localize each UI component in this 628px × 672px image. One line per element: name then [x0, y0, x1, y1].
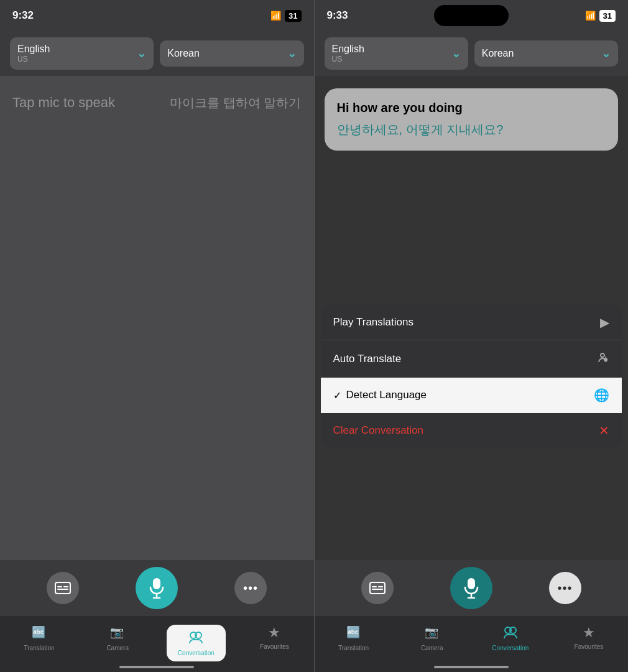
right-tab-bar: 🔤 Translation 📷 Camera Conversation ★ Fa… [315, 616, 629, 672]
right-tab-camera[interactable]: 📷 Camera [393, 622, 471, 651]
right-mic-button[interactable] [450, 567, 492, 609]
right-status-icons: 📶 31 [585, 10, 616, 22]
right-favourites-tab-icon: ★ [583, 625, 595, 641]
right-source-lang-name: English [332, 44, 364, 55]
left-source-lang-name: English [17, 44, 50, 55]
left-source-chevron-icon: ⌄ [137, 47, 146, 60]
right-source-chevron-icon: ⌄ [451, 47, 461, 60]
right-microphone-icon [463, 577, 480, 599]
menu-item-play-translations[interactable]: Play Translations ▶ [321, 305, 622, 340]
svg-rect-17 [378, 586, 383, 587]
right-source-lang-selector[interactable]: English US ⌄ [325, 37, 468, 70]
right-camera-tab-icon: 📷 [425, 625, 440, 642]
right-conversation-tab-icon [502, 625, 519, 642]
left-placeholder-korean: 마이크를 탭하여 말하기 [170, 95, 301, 111]
right-phone: 9:33 📶 31 English US ⌄ Korean ⌄ Hi how a… [315, 0, 629, 672]
right-action-bar: ••• [315, 560, 629, 616]
svg-rect-2 [57, 589, 68, 590]
svg-rect-16 [372, 589, 383, 590]
left-tab-favourites-label: Favourites [260, 643, 289, 650]
right-more-dots-icon: ••• [558, 581, 573, 595]
conversation-tab-icon [188, 630, 204, 647]
more-dots-icon: ••• [243, 581, 258, 595]
menu-item-auto-translate[interactable]: Auto Translate [321, 340, 622, 378]
left-lang-row: English US ⌄ Korean ⌄ [0, 31, 314, 76]
right-tab-translation[interactable]: 🔤 Translation [315, 622, 393, 651]
right-more-button[interactable]: ••• [549, 572, 581, 604]
detect-language-row: ✓ Detect Language [333, 389, 427, 401]
left-tab-camera-label: Camera [106, 645, 129, 651]
left-action-bar: ••• [0, 560, 314, 616]
camera-tab-icon: 📷 [110, 625, 125, 642]
right-home-indicator [434, 666, 509, 668]
svg-rect-0 [55, 582, 70, 594]
subtitles-icon [55, 582, 71, 594]
right-subtitles-button[interactable] [361, 572, 394, 604]
favourites-tab-icon: ★ [268, 625, 280, 641]
left-source-lang-selector[interactable]: English US ⌄ [10, 37, 154, 70]
right-target-lang-name: Korean [482, 48, 514, 59]
svg-point-12 [604, 358, 607, 362]
right-content-area: Hi how are you doing 안녕하세요, 어떻게 지내세요? Pl… [315, 76, 629, 560]
menu-clear-conversation-label: Clear Conversation [333, 424, 424, 437]
right-tab-conversation-label: Conversation [492, 645, 529, 651]
right-tab-conversation[interactable]: Conversation [471, 622, 550, 651]
left-more-button[interactable]: ••• [234, 572, 267, 604]
close-icon: ✕ [599, 423, 609, 438]
left-home-indicator [119, 666, 194, 668]
translation-tab-icon: 🔤 [32, 625, 47, 642]
menu-play-translations-label: Play Translations [333, 316, 413, 329]
left-subtitles-button[interactable] [47, 572, 79, 604]
dynamic-island [434, 5, 509, 26]
menu-item-detect-language[interactable]: ✓ Detect Language 🌐 [321, 378, 622, 413]
svg-text:📷: 📷 [110, 625, 124, 638]
auto-translate-icon [596, 350, 609, 367]
checkmark-icon: ✓ [333, 390, 341, 401]
left-tab-translation-label: Translation [24, 645, 55, 651]
left-tab-conversation-bg: Conversation [167, 625, 226, 661]
left-target-lang-selector[interactable]: Korean ⌄ [160, 40, 303, 67]
left-mic-button[interactable] [136, 567, 178, 609]
left-target-lang-label: Korean [167, 48, 200, 59]
right-tab-translation-label: Translation [338, 645, 369, 651]
left-status-bar: 9:32 📶 31 [0, 0, 314, 31]
svg-rect-15 [372, 586, 377, 587]
svg-rect-18 [468, 578, 475, 589]
right-target-chevron-icon: ⌄ [601, 47, 611, 60]
right-tab-camera-label: Camera [421, 645, 443, 651]
svg-rect-1 [57, 586, 62, 587]
left-content-area: Tap mic to speak 마이크를 탭하여 말하기 [0, 76, 314, 560]
svg-rect-14 [370, 582, 385, 594]
right-time: 9:33 [327, 9, 348, 22]
right-tab-favourites[interactable]: ★ Favourites [550, 622, 628, 650]
right-target-lang-label: Korean [482, 48, 514, 59]
svg-point-11 [601, 353, 604, 357]
left-wifi-icon: 📶 [270, 11, 281, 21]
left-time: 9:32 [12, 9, 34, 22]
right-status-bar: 9:33 📶 31 [315, 0, 629, 31]
svg-rect-4 [153, 578, 160, 589]
menu-auto-translate-label: Auto Translate [333, 353, 402, 365]
globe-icon: 🌐 [594, 388, 609, 403]
left-source-lang-region: US [17, 55, 50, 63]
left-status-icons: 📶 31 [270, 10, 301, 22]
left-tab-favourites[interactable]: ★ Favourites [235, 622, 313, 650]
left-target-chevron-icon: ⌄ [287, 47, 297, 60]
right-tab-favourites-label: Favourites [575, 643, 604, 650]
menu-item-clear-conversation[interactable]: Clear Conversation ✕ [321, 413, 622, 448]
svg-text:🔤: 🔤 [346, 625, 361, 638]
left-battery: 31 [285, 10, 301, 22]
svg-text:📷: 📷 [425, 625, 439, 638]
left-tab-bar: 🔤 Translation 📷 Camera Conversation [0, 616, 314, 672]
right-translation-tab-icon: 🔤 [346, 625, 361, 642]
left-tab-translation[interactable]: 🔤 Translation [0, 622, 78, 651]
right-source-lang-region: US [332, 55, 364, 63]
right-target-lang-selector[interactable]: Korean ⌄ [474, 40, 618, 67]
right-subtitles-icon [369, 582, 386, 594]
right-battery: 31 [599, 10, 616, 22]
menu-detect-language-label: Detect Language [346, 389, 427, 401]
microphone-icon [148, 577, 165, 599]
left-tab-conversation[interactable]: Conversation [157, 622, 235, 661]
left-tab-camera[interactable]: 📷 Camera [78, 622, 157, 651]
left-target-lang-name: Korean [167, 48, 200, 59]
